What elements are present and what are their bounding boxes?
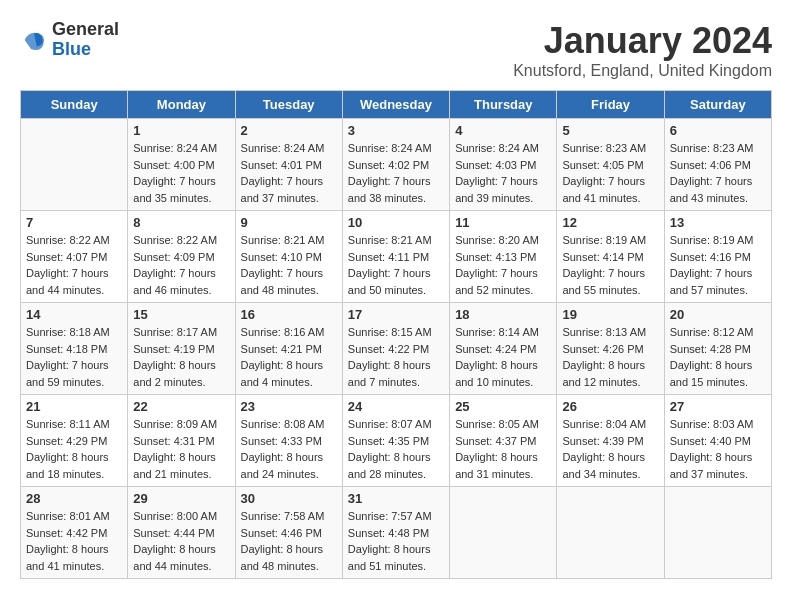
header-cell-friday: Friday — [557, 91, 664, 119]
day-info: Sunrise: 8:14 AM Sunset: 4:24 PM Dayligh… — [455, 324, 551, 390]
title-block: January 2024 Knutsford, England, United … — [513, 20, 772, 80]
calendar-body: 1Sunrise: 8:24 AM Sunset: 4:00 PM Daylig… — [21, 119, 772, 579]
day-number: 29 — [133, 491, 229, 506]
calendar-cell: 14Sunrise: 8:18 AM Sunset: 4:18 PM Dayli… — [21, 303, 128, 395]
calendar-cell — [21, 119, 128, 211]
calendar-cell: 8Sunrise: 8:22 AM Sunset: 4:09 PM Daylig… — [128, 211, 235, 303]
calendar-cell: 24Sunrise: 8:07 AM Sunset: 4:35 PM Dayli… — [342, 395, 449, 487]
day-number: 15 — [133, 307, 229, 322]
day-info: Sunrise: 8:24 AM Sunset: 4:02 PM Dayligh… — [348, 140, 444, 206]
calendar-cell: 5Sunrise: 8:23 AM Sunset: 4:05 PM Daylig… — [557, 119, 664, 211]
header-cell-sunday: Sunday — [21, 91, 128, 119]
calendar-cell — [557, 487, 664, 579]
day-number: 31 — [348, 491, 444, 506]
calendar-week-4: 21Sunrise: 8:11 AM Sunset: 4:29 PM Dayli… — [21, 395, 772, 487]
day-info: Sunrise: 8:09 AM Sunset: 4:31 PM Dayligh… — [133, 416, 229, 482]
day-number: 14 — [26, 307, 122, 322]
day-number: 17 — [348, 307, 444, 322]
calendar-cell: 3Sunrise: 8:24 AM Sunset: 4:02 PM Daylig… — [342, 119, 449, 211]
day-number: 7 — [26, 215, 122, 230]
calendar-week-3: 14Sunrise: 8:18 AM Sunset: 4:18 PM Dayli… — [21, 303, 772, 395]
day-number: 10 — [348, 215, 444, 230]
page-header: General Blue January 2024 Knutsford, Eng… — [20, 20, 772, 80]
day-number: 3 — [348, 123, 444, 138]
day-info: Sunrise: 8:05 AM Sunset: 4:37 PM Dayligh… — [455, 416, 551, 482]
day-number: 24 — [348, 399, 444, 414]
calendar-cell: 31Sunrise: 7:57 AM Sunset: 4:48 PM Dayli… — [342, 487, 449, 579]
day-info: Sunrise: 8:16 AM Sunset: 4:21 PM Dayligh… — [241, 324, 337, 390]
day-info: Sunrise: 8:13 AM Sunset: 4:26 PM Dayligh… — [562, 324, 658, 390]
day-info: Sunrise: 8:01 AM Sunset: 4:42 PM Dayligh… — [26, 508, 122, 574]
calendar-cell: 13Sunrise: 8:19 AM Sunset: 4:16 PM Dayli… — [664, 211, 771, 303]
day-info: Sunrise: 8:04 AM Sunset: 4:39 PM Dayligh… — [562, 416, 658, 482]
day-info: Sunrise: 8:18 AM Sunset: 4:18 PM Dayligh… — [26, 324, 122, 390]
day-info: Sunrise: 8:07 AM Sunset: 4:35 PM Dayligh… — [348, 416, 444, 482]
day-number: 12 — [562, 215, 658, 230]
calendar-cell: 29Sunrise: 8:00 AM Sunset: 4:44 PM Dayli… — [128, 487, 235, 579]
calendar-cell: 11Sunrise: 8:20 AM Sunset: 4:13 PM Dayli… — [450, 211, 557, 303]
day-number: 9 — [241, 215, 337, 230]
calendar-cell: 15Sunrise: 8:17 AM Sunset: 4:19 PM Dayli… — [128, 303, 235, 395]
logo-blue: Blue — [52, 40, 119, 60]
calendar-title: January 2024 — [513, 20, 772, 62]
day-info: Sunrise: 8:21 AM Sunset: 4:11 PM Dayligh… — [348, 232, 444, 298]
day-info: Sunrise: 8:23 AM Sunset: 4:06 PM Dayligh… — [670, 140, 766, 206]
day-info: Sunrise: 8:08 AM Sunset: 4:33 PM Dayligh… — [241, 416, 337, 482]
day-info: Sunrise: 8:19 AM Sunset: 4:16 PM Dayligh… — [670, 232, 766, 298]
calendar-cell: 10Sunrise: 8:21 AM Sunset: 4:11 PM Dayli… — [342, 211, 449, 303]
day-number: 16 — [241, 307, 337, 322]
day-number: 11 — [455, 215, 551, 230]
day-info: Sunrise: 8:12 AM Sunset: 4:28 PM Dayligh… — [670, 324, 766, 390]
day-info: Sunrise: 8:11 AM Sunset: 4:29 PM Dayligh… — [26, 416, 122, 482]
calendar-cell: 22Sunrise: 8:09 AM Sunset: 4:31 PM Dayli… — [128, 395, 235, 487]
day-number: 22 — [133, 399, 229, 414]
day-info: Sunrise: 8:22 AM Sunset: 4:09 PM Dayligh… — [133, 232, 229, 298]
calendar-cell: 19Sunrise: 8:13 AM Sunset: 4:26 PM Dayli… — [557, 303, 664, 395]
day-info: Sunrise: 8:24 AM Sunset: 4:00 PM Dayligh… — [133, 140, 229, 206]
day-info: Sunrise: 8:19 AM Sunset: 4:14 PM Dayligh… — [562, 232, 658, 298]
header-cell-thursday: Thursday — [450, 91, 557, 119]
day-info: Sunrise: 8:22 AM Sunset: 4:07 PM Dayligh… — [26, 232, 122, 298]
day-number: 5 — [562, 123, 658, 138]
calendar-cell: 28Sunrise: 8:01 AM Sunset: 4:42 PM Dayli… — [21, 487, 128, 579]
calendar-cell: 25Sunrise: 8:05 AM Sunset: 4:37 PM Dayli… — [450, 395, 557, 487]
day-info: Sunrise: 8:20 AM Sunset: 4:13 PM Dayligh… — [455, 232, 551, 298]
calendar-cell: 9Sunrise: 8:21 AM Sunset: 4:10 PM Daylig… — [235, 211, 342, 303]
calendar-week-5: 28Sunrise: 8:01 AM Sunset: 4:42 PM Dayli… — [21, 487, 772, 579]
day-info: Sunrise: 8:03 AM Sunset: 4:40 PM Dayligh… — [670, 416, 766, 482]
calendar-subtitle: Knutsford, England, United Kingdom — [513, 62, 772, 80]
calendar-cell — [664, 487, 771, 579]
calendar-cell — [450, 487, 557, 579]
logo-icon — [20, 26, 48, 54]
calendar-week-2: 7Sunrise: 8:22 AM Sunset: 4:07 PM Daylig… — [21, 211, 772, 303]
day-info: Sunrise: 8:17 AM Sunset: 4:19 PM Dayligh… — [133, 324, 229, 390]
calendar-cell: 21Sunrise: 8:11 AM Sunset: 4:29 PM Dayli… — [21, 395, 128, 487]
calendar-cell: 17Sunrise: 8:15 AM Sunset: 4:22 PM Dayli… — [342, 303, 449, 395]
calendar-cell: 2Sunrise: 8:24 AM Sunset: 4:01 PM Daylig… — [235, 119, 342, 211]
calendar-cell: 20Sunrise: 8:12 AM Sunset: 4:28 PM Dayli… — [664, 303, 771, 395]
day-info: Sunrise: 8:21 AM Sunset: 4:10 PM Dayligh… — [241, 232, 337, 298]
day-number: 8 — [133, 215, 229, 230]
day-info: Sunrise: 7:58 AM Sunset: 4:46 PM Dayligh… — [241, 508, 337, 574]
calendar-cell: 27Sunrise: 8:03 AM Sunset: 4:40 PM Dayli… — [664, 395, 771, 487]
calendar-header: SundayMondayTuesdayWednesdayThursdayFrid… — [21, 91, 772, 119]
day-info: Sunrise: 7:57 AM Sunset: 4:48 PM Dayligh… — [348, 508, 444, 574]
day-info: Sunrise: 8:00 AM Sunset: 4:44 PM Dayligh… — [133, 508, 229, 574]
calendar-week-1: 1Sunrise: 8:24 AM Sunset: 4:00 PM Daylig… — [21, 119, 772, 211]
calendar-cell: 23Sunrise: 8:08 AM Sunset: 4:33 PM Dayli… — [235, 395, 342, 487]
header-cell-saturday: Saturday — [664, 91, 771, 119]
calendar-table: SundayMondayTuesdayWednesdayThursdayFrid… — [20, 90, 772, 579]
header-cell-monday: Monday — [128, 91, 235, 119]
header-cell-wednesday: Wednesday — [342, 91, 449, 119]
day-number: 4 — [455, 123, 551, 138]
day-info: Sunrise: 8:23 AM Sunset: 4:05 PM Dayligh… — [562, 140, 658, 206]
calendar-cell: 4Sunrise: 8:24 AM Sunset: 4:03 PM Daylig… — [450, 119, 557, 211]
day-number: 18 — [455, 307, 551, 322]
calendar-cell: 26Sunrise: 8:04 AM Sunset: 4:39 PM Dayli… — [557, 395, 664, 487]
day-number: 25 — [455, 399, 551, 414]
logo: General Blue — [20, 20, 119, 60]
header-row: SundayMondayTuesdayWednesdayThursdayFrid… — [21, 91, 772, 119]
day-number: 1 — [133, 123, 229, 138]
logo-general: General — [52, 20, 119, 40]
calendar-cell: 16Sunrise: 8:16 AM Sunset: 4:21 PM Dayli… — [235, 303, 342, 395]
